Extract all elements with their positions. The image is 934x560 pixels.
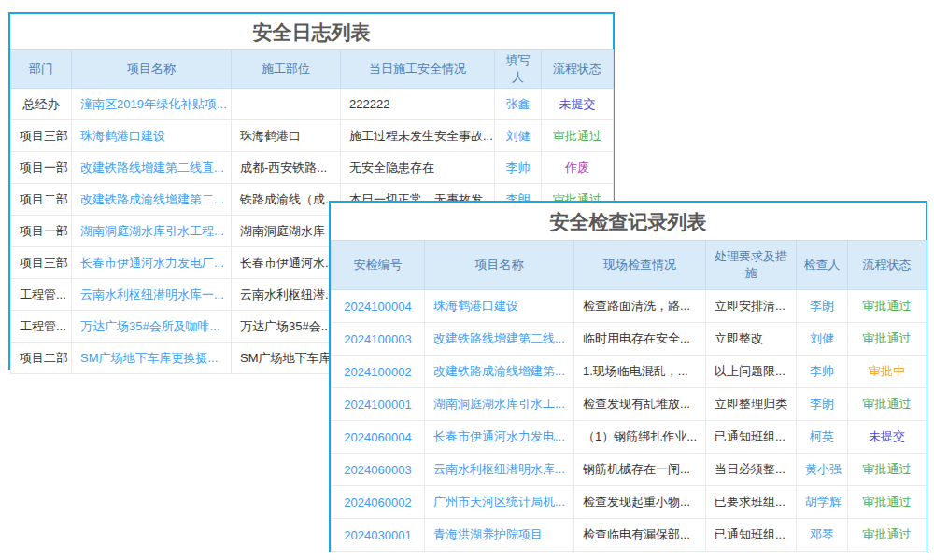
column-header: 流程状态 xyxy=(848,241,927,290)
table-row: 2024100001湖南洞庭湖水库引水工...检查发现有乱堆放...立即整理归类… xyxy=(332,388,927,421)
cell-measures: 立即安排清... xyxy=(706,290,797,323)
cell-department: 项目一部 xyxy=(11,216,72,247)
workflow-status: 审批通过 xyxy=(848,323,927,356)
project-name-link[interactable]: 改建铁路线增建第二线直... xyxy=(72,152,232,184)
project-name-link[interactable]: 广州市天河区统计局机... xyxy=(425,486,574,519)
table-row: 2024030001青海洪湖养护院项目检查临电有漏保部...已通知班组...邓琴… xyxy=(332,519,927,552)
inspection-id-link[interactable]: 2024100003 xyxy=(332,323,425,356)
cell-department: 项目三部 xyxy=(11,120,72,152)
inspection-id-link[interactable]: 2024060004 xyxy=(332,421,425,454)
table-row: 2024100002改建铁路成渝线增建第...1.现场临电混乱，...以上问题限… xyxy=(332,356,927,388)
workflow-status: 未提交 xyxy=(848,421,927,454)
inspector-link[interactable]: 李帅 xyxy=(797,356,848,388)
inspector-link[interactable]: 李朗 xyxy=(797,290,848,323)
project-name-link[interactable]: 潼南区2019年绿化补贴项... xyxy=(72,89,232,120)
inspector-link[interactable]: 柯英 xyxy=(797,421,848,454)
inspection-id-link[interactable]: 2024100001 xyxy=(332,388,425,421)
cell-site-check: 钢筋机械存在一闸... xyxy=(574,454,706,486)
project-name-link[interactable]: 长春市伊通河水力发电厂... xyxy=(72,247,232,279)
header-row: 安检编号项目名称现场检查情况处理要求及措施检查人流程状态 xyxy=(332,241,927,290)
workflow-status: 审批通过 xyxy=(848,290,927,323)
table-row: 项目三部珠海鹤港口建设珠海鹤港口施工过程未发生安全事故...刘健审批通过 xyxy=(11,120,614,152)
cell-location: 铁路成渝线（成... xyxy=(232,184,341,216)
inspector-link[interactable]: 黄小强 xyxy=(797,454,848,486)
column-header: 项目名称 xyxy=(72,50,232,89)
safety-inspection-title: 安全检查记录列表 xyxy=(331,203,926,240)
inspector-link[interactable]: 刘健 xyxy=(797,323,848,356)
project-name-link[interactable]: 湖南洞庭湖水库引水工程... xyxy=(72,216,232,247)
column-header: 项目名称 xyxy=(425,241,574,290)
writer-link[interactable]: 张鑫 xyxy=(495,89,542,120)
project-name-link[interactable]: 改建铁路成渝线增建第二... xyxy=(72,184,232,216)
table-row: 2024060002广州市天河区统计局机...检查发现起重小物...已要求班组.… xyxy=(332,486,927,519)
workflow-status: 审批通过 xyxy=(848,454,927,486)
cell-measures: 已通知班组... xyxy=(706,519,797,552)
column-header: 当日施工安全情况 xyxy=(341,50,495,89)
inspection-id-link[interactable]: 2024030001 xyxy=(332,519,425,552)
cell-department: 总经办 xyxy=(11,89,72,120)
workflow-status: 审批中 xyxy=(848,356,927,388)
cell-measures: 以上问题限... xyxy=(706,356,797,388)
project-name-link[interactable]: 云南水利枢纽潜明水库一... xyxy=(72,279,232,311)
inspector-link[interactable]: 胡学辉 xyxy=(797,486,848,519)
writer-link[interactable]: 刘健 xyxy=(495,120,542,152)
project-name-link[interactable]: 改建铁路线增建第二线... xyxy=(425,323,574,356)
cell-measures: 当日必须整... xyxy=(706,454,797,486)
column-header: 处理要求及措施 xyxy=(706,241,797,290)
cell-measures: 已要求班组... xyxy=(706,486,797,519)
workflow-status: 审批通过 xyxy=(848,486,927,519)
workflow-status: 未提交 xyxy=(542,89,614,120)
table-row: 总经办潼南区2019年绿化补贴项...222222张鑫未提交 xyxy=(11,89,614,120)
inspector-link[interactable]: 邓琴 xyxy=(797,519,848,552)
safety-inspection-body: 2024100004珠海鹤港口建设检查路面清洗，路...立即安排清...李朗审批… xyxy=(332,290,927,552)
cell-site-check: 检查路面清洗，路... xyxy=(574,290,706,323)
project-name-link[interactable]: 云南水利枢纽潜明水库... xyxy=(425,454,574,486)
cell-measures: 立即整理归类 xyxy=(706,388,797,421)
cell-site-check: 检查发现有乱堆放... xyxy=(574,388,706,421)
cell-measures: 立即整改 xyxy=(706,323,797,356)
inspection-id-link[interactable]: 2024060003 xyxy=(332,454,425,486)
project-name-link[interactable]: 珠海鹤港口建设 xyxy=(425,290,574,323)
cell-site-check: 检查发现起重小物... xyxy=(574,486,706,519)
project-name-link[interactable]: 长春市伊通河水力发电... xyxy=(425,421,574,454)
project-name-link[interactable]: 珠海鹤港口建设 xyxy=(72,120,232,152)
column-header: 施工部位 xyxy=(232,50,341,89)
column-header: 现场检查情况 xyxy=(574,241,706,290)
column-header: 检查人 xyxy=(797,241,848,290)
safety-inspection-header: 安检编号项目名称现场检查情况处理要求及措施检查人流程状态 xyxy=(332,241,927,290)
table-row: 2024060003云南水利枢纽潜明水库...钢筋机械存在一闸...当日必须整.… xyxy=(332,454,927,486)
inspector-link[interactable]: 李朗 xyxy=(797,388,848,421)
inspection-id-link[interactable]: 2024100002 xyxy=(332,356,425,388)
header-row: 部门项目名称施工部位当日施工安全情况填写人流程状态 xyxy=(11,50,614,89)
cell-location: 珠海鹤港口 xyxy=(232,120,341,152)
cell-safety-status: 222222 xyxy=(341,89,495,120)
project-name-link[interactable]: 万达广场35#会所及咖啡... xyxy=(72,311,232,343)
project-name-link[interactable]: SM广场地下车库更换摄... xyxy=(72,343,232,374)
cell-safety-status: 施工过程未发生安全事故... xyxy=(341,120,495,152)
table-row: 项目一部改建铁路线增建第二线直...成都-西安铁路...无安全隐患存在李帅作废 xyxy=(11,152,614,184)
project-name-link[interactable]: 改建铁路成渝线增建第... xyxy=(425,356,574,388)
cell-department: 项目二部 xyxy=(11,184,72,216)
column-header: 部门 xyxy=(11,50,72,89)
safety-log-title: 安全日志列表 xyxy=(10,14,613,49)
cell-department: 工程管... xyxy=(11,279,72,311)
column-header: 流程状态 xyxy=(542,50,614,89)
cell-department: 项目一部 xyxy=(11,152,72,184)
cell-measures: 已通知班组... xyxy=(706,421,797,454)
project-name-link[interactable]: 青海洪湖养护院项目 xyxy=(425,519,574,552)
safety-inspection-table: 安检编号项目名称现场检查情况处理要求及措施检查人流程状态 2024100004珠… xyxy=(331,240,927,552)
safety-inspection-panel: 安全检查记录列表 安检编号项目名称现场检查情况处理要求及措施检查人流程状态 20… xyxy=(329,201,927,552)
workflow-status: 作废 xyxy=(542,152,614,184)
inspection-id-link[interactable]: 2024060002 xyxy=(332,486,425,519)
cell-site-check: 临时用电存在安全... xyxy=(574,323,706,356)
cell-department: 工程管... xyxy=(11,311,72,343)
writer-link[interactable]: 李帅 xyxy=(495,152,542,184)
cell-location: SM广场地下车库 xyxy=(232,343,341,374)
inspection-id-link[interactable]: 2024100004 xyxy=(332,290,425,323)
cell-location xyxy=(232,89,341,120)
column-header: 填写人 xyxy=(495,50,542,89)
project-name-link[interactable]: 湖南洞庭湖水库引水工... xyxy=(425,388,574,421)
cell-location: 成都-西安铁路... xyxy=(232,152,341,184)
cell-site-check: 检查临电有漏保部... xyxy=(574,519,706,552)
safety-log-header: 部门项目名称施工部位当日施工安全情况填写人流程状态 xyxy=(11,50,614,89)
